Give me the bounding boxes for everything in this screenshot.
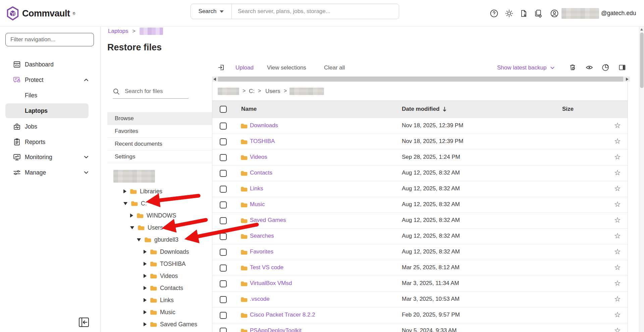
file-name-link[interactable]: Cisco Packet Tracer 8.2.2 [250,312,315,318]
tree-node[interactable]: Links [101,294,212,306]
search-category-dropdown[interactable]: Search [191,4,232,19]
sidebar-item-jobs[interactable]: Jobs [0,119,101,134]
file-name-link[interactable]: .vscode [250,296,270,302]
help-icon[interactable] [490,9,498,18]
view-selections-button[interactable]: View selections [267,64,306,71]
row-checkbox[interactable] [220,217,227,224]
tree-collapse-toggle[interactable] [137,238,141,241]
file-name-link[interactable]: Videos [250,154,267,160]
tree-node[interactable]: gburdell3 [101,234,212,246]
theme-icon[interactable] [505,9,514,18]
favorite-star-icon[interactable]: ☆ [614,232,621,240]
sidebar-item-monitoring[interactable]: Monitoring [0,150,101,164]
row-checkbox[interactable] [220,138,227,145]
tree-node[interactable]: Downloads [101,246,212,258]
file-name-link[interactable]: Saved Games [250,217,286,224]
usage-pie-icon[interactable] [601,63,609,72]
sidebar-item-laptops[interactable]: Laptops [5,103,89,118]
menu-item-browse[interactable]: Browse [107,112,212,125]
account-icon[interactable] [550,9,559,18]
sidebar-item-manage[interactable]: Manage [0,165,101,180]
row-checkbox[interactable] [220,154,227,161]
favorite-star-icon[interactable]: ☆ [614,184,621,193]
file-name-link[interactable]: Downloads [250,122,278,129]
vertical-scrollbar[interactable] [639,27,644,332]
tree-node[interactable]: Music [101,306,212,318]
horizontal-scrollbar-thumb[interactable] [218,77,623,82]
scroll-up-arrow[interactable] [640,28,643,31]
tree-expand-toggle[interactable] [144,310,147,314]
tree-expand-toggle[interactable] [130,214,133,218]
row-checkbox[interactable] [220,249,227,256]
tree-node[interactable]: Contacts [101,282,212,294]
tree-expand-toggle[interactable] [144,274,147,278]
favorite-star-icon[interactable]: ☆ [614,247,621,256]
commvault-logo[interactable]: Commvault® [6,6,75,21]
scroll-left-arrow[interactable] [213,78,216,81]
tree-expand-toggle[interactable] [144,262,147,266]
row-checkbox[interactable] [220,233,227,240]
row-checkbox[interactable] [220,312,227,319]
file-name-link[interactable]: Music [250,201,265,208]
vertical-scrollbar-thumb[interactable] [640,33,644,88]
menu-item-recent-documents[interactable]: Recent documents [107,138,212,150]
global-search-input[interactable] [232,4,399,19]
services-icon[interactable] [534,9,542,18]
file-name-link[interactable]: Links [250,185,263,192]
favorite-star-icon[interactable]: ☆ [614,153,621,161]
tree-node[interactable]: C: [101,197,212,209]
favorite-star-icon[interactable]: ☆ [614,169,621,177]
path-segment-c-drive[interactable]: C: [249,88,255,95]
tree-node[interactable]: Saved Games [101,318,212,330]
preview-icon[interactable] [585,63,593,72]
favorite-star-icon[interactable]: ☆ [614,279,621,288]
breadcrumb-laptops-link[interactable]: Laptops [108,28,128,35]
chevron-up-icon[interactable] [83,77,89,83]
favorite-star-icon[interactable]: ☆ [614,121,621,130]
show-latest-backup-dropdown[interactable]: Show latest backup [497,64,555,71]
favorite-star-icon[interactable]: ☆ [614,137,621,146]
upload-button[interactable]: Upload [235,64,254,71]
chevron-down-icon[interactable] [83,170,89,176]
file-name-link[interactable]: PSAppDeployToolkit [250,327,302,332]
file-name-link[interactable]: Searches [250,233,274,239]
filter-navigation-input[interactable] [5,33,94,46]
tree-expand-toggle[interactable] [144,250,147,254]
file-name-link[interactable]: TOSHIBA [250,138,275,145]
sidebar-item-reports[interactable]: Reports [0,135,101,149]
menu-item-favorites[interactable]: Favorites [107,125,212,138]
tree-node[interactable]: WINDOWS [101,209,212,222]
menu-item-settings[interactable]: Settings [107,150,212,163]
sidebar-item-dashboard[interactable]: Dashboard [0,57,101,72]
tree-expand-toggle[interactable] [144,298,147,302]
path-segment-users[interactable]: Users [265,88,280,95]
scroll-right-arrow[interactable] [626,78,629,81]
column-header-name[interactable]: Name [241,106,257,112]
row-checkbox[interactable] [220,201,227,208]
row-checkbox[interactable] [220,265,227,272]
select-all-checkbox[interactable] [220,106,227,113]
file-search-field[interactable]: Search for files [113,87,189,99]
tree-expand-toggle[interactable] [144,286,147,290]
favorite-star-icon[interactable]: ☆ [614,263,621,272]
row-checkbox[interactable] [220,280,227,287]
favorite-star-icon[interactable]: ☆ [614,326,621,332]
tree-node[interactable]: Users [101,222,212,234]
favorite-star-icon[interactable]: ☆ [614,295,621,303]
horizontal-scrollbar[interactable] [212,77,630,82]
favorite-star-icon[interactable]: ☆ [614,216,621,225]
restore-icon[interactable] [217,63,225,72]
row-checkbox[interactable] [220,186,227,193]
file-name-link[interactable]: Contacts [250,170,272,176]
collapse-sidebar-button[interactable] [78,317,89,327]
column-header-date-modified[interactable]: Date modified [402,106,447,112]
chevron-down-icon[interactable] [83,154,89,160]
tree-collapse-toggle[interactable] [123,202,127,205]
favorite-star-icon[interactable]: ☆ [614,311,621,319]
tree-collapse-toggle[interactable] [130,226,134,229]
release-notes-icon[interactable] [519,9,528,18]
tree-node[interactable]: Libraries [101,185,212,197]
sidebar-item-files[interactable]: Files [0,88,101,103]
tree-node[interactable]: Videos [101,270,212,282]
row-checkbox[interactable] [220,328,227,332]
